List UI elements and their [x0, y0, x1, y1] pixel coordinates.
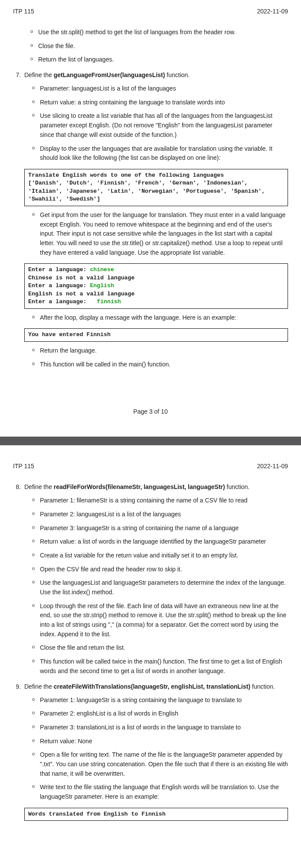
numbered-list: Define the readFileForWords(filenameStr,… — [13, 483, 288, 821]
text: Define the — [24, 71, 54, 78]
function-name: createFileWithTranslations(languageStr, … — [54, 683, 250, 690]
list-item: After the loop, display a message with t… — [32, 313, 288, 323]
text: Define the — [24, 683, 54, 690]
list-item: Return value: a list of words in the lan… — [32, 537, 288, 547]
list-item: Parameter: languagesList is a list of th… — [32, 84, 288, 94]
date: 2022-11-09 — [257, 463, 288, 470]
list-item: Parameter 1: languageStr is a string con… — [32, 696, 288, 705]
sub-list: Parameter: languagesList is a list of th… — [24, 84, 288, 163]
list-item: Parameter 3: translationList is a list o… — [32, 723, 288, 732]
list-item: Open the CSV file and read the header ro… — [32, 565, 288, 574]
list-item: Close the file and return the list. — [32, 643, 288, 653]
code-example-input: Enter a language: chinese Chinese is not… — [24, 263, 288, 308]
list-item: Open a file for writing text. The name o… — [32, 750, 288, 778]
list-item: Return value: None — [32, 737, 288, 746]
function-name: readFileForWords(filenameStr, languagesL… — [54, 483, 225, 490]
list-item: Parameter 1: filenameStr is a string con… — [32, 496, 288, 505]
page-3: ITP 115 2022-11-09 Use the str.split() m… — [0, 0, 301, 437]
date: 2022-11-09 — [257, 8, 288, 15]
list-item: Return the list of languages. — [30, 55, 288, 65]
course-code: ITP 115 — [13, 463, 34, 470]
text: function. — [165, 71, 190, 78]
text: Define the — [24, 483, 54, 490]
list-item: Get input from the user for the language… — [32, 211, 288, 257]
list-item: Return the language. — [32, 346, 288, 356]
list-item: Close the file. — [30, 42, 288, 51]
page-gap — [0, 437, 301, 445]
text: function. — [250, 683, 275, 690]
list-item: Create a list variable for the return va… — [32, 551, 288, 560]
list-item: Write text to the file stating the langu… — [32, 783, 288, 801]
list-item: This function will be called twice in th… — [32, 657, 288, 676]
text: function. — [225, 483, 250, 490]
list-item: Use the str.split() method to get the li… — [30, 28, 288, 37]
list-item: This function will be called in the main… — [32, 360, 288, 369]
page-4: ITP 115 2022-11-09 Define the readFileFo… — [0, 445, 301, 847]
code-example-output: You have entered Finnish — [24, 328, 288, 341]
list-item: Parameter 2: englishList is a list of wo… — [32, 709, 288, 719]
sub-list: Parameter 1: languageStr is a string con… — [24, 696, 288, 802]
numbered-list: Define the getLanguageFromUser(languages… — [13, 71, 288, 369]
step-7: Define the getLanguageFromUser(languages… — [23, 71, 288, 369]
code-example-file-output: Words translated from English to Finnish — [24, 808, 288, 821]
page-header: ITP 115 2022-11-09 — [13, 463, 288, 470]
course-code: ITP 115 — [13, 8, 34, 15]
list-item: Display to the user the languages that a… — [32, 144, 288, 163]
list-item: Use the languagesList and languageStr pa… — [32, 578, 288, 597]
list-item: Parameter 2: languagesList is a list of … — [32, 510, 288, 519]
list-item: Loop through the rest of the file. Each … — [32, 602, 288, 639]
continuation-list: Use the str.split() method to get the li… — [23, 28, 288, 65]
sub-list: Parameter 1: filenameStr is a string con… — [24, 496, 288, 676]
page-footer: Page 3 of 10 — [13, 408, 288, 415]
sub-list: After the loop, display a message with t… — [24, 313, 288, 323]
code-example-languages: Translate English words to one of the fo… — [24, 169, 288, 206]
function-name: getLanguageFromUser(languagesList) — [54, 71, 165, 78]
page-header: ITP 115 2022-11-09 — [13, 8, 288, 15]
list-item: Use slicing to create a list variable th… — [32, 111, 288, 139]
sub-list: Get input from the user for the language… — [24, 211, 288, 257]
list-item: Parameter 3: languageStr is a string of … — [32, 524, 288, 533]
step-8: Define the readFileForWords(filenameStr,… — [23, 483, 288, 676]
sub-list: Return the language. This function will … — [24, 346, 288, 369]
list-item: Return value: a string containing the la… — [32, 98, 288, 107]
step-9: Define the createFileWithTranslations(la… — [23, 682, 288, 821]
